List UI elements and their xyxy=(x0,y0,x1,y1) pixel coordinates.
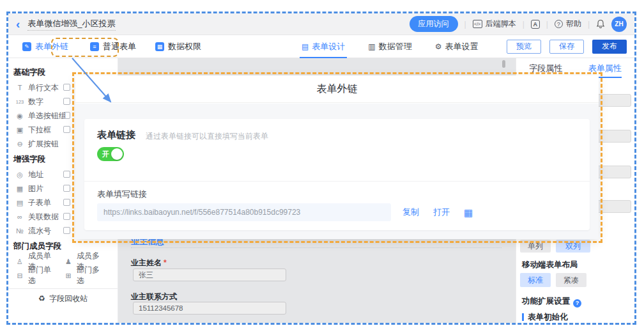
image-icon: ▦ xyxy=(15,185,25,193)
dept-row: ⊟ 部门单选 ⊞ 部门多选 xyxy=(8,269,118,283)
field-item-dept-multi[interactable]: ⊞ 部门多选 xyxy=(57,265,105,286)
canvas-scrollbar[interactable] xyxy=(502,60,505,68)
save-button[interactable]: 保存 xyxy=(549,40,584,54)
divider: | xyxy=(546,20,548,29)
card-divider xyxy=(84,181,590,182)
feature-settings-label: 功能扩展设置? xyxy=(522,296,581,308)
link-icon: ∞ xyxy=(15,213,25,221)
field-item-dept-single[interactable]: ⊟ 部门单选 xyxy=(8,265,57,286)
section-divider xyxy=(131,247,502,248)
required-asterisk: * xyxy=(164,258,167,267)
text-icon: T xyxy=(15,84,25,91)
form-title[interactable]: 表单微信增强_小区投票 xyxy=(27,18,115,31)
tab-form-settings-label: 表单设置 xyxy=(445,41,478,52)
radio-icon: ◉ xyxy=(15,112,25,120)
question-icon: ? xyxy=(555,20,563,28)
compact-button[interactable]: 紧凑 xyxy=(556,273,586,287)
field-icon-partial xyxy=(63,112,70,119)
form-link-description: 通过表单链接可以直接填写当前表单 xyxy=(146,131,268,142)
label-text: 业主姓名 xyxy=(131,258,162,267)
topbar-actions: 应用访问 | </> 后端脚本 | A | ? 帮助 | ZH xyxy=(410,16,627,32)
link-actions: 复制 打开 ▦ xyxy=(402,203,473,221)
field-label: 部门单选 xyxy=(28,265,57,286)
grid-icon: ▦ xyxy=(155,42,164,51)
qr-code-icon[interactable]: ▦ xyxy=(464,208,473,217)
serial-icon: № xyxy=(15,227,25,235)
toggle-on-label: 开 xyxy=(102,150,109,159)
fill-link-label: 表单填写链接 xyxy=(97,189,147,200)
copy-link-button[interactable]: 复制 xyxy=(402,206,419,218)
field-icon-partial xyxy=(63,213,70,220)
field-label: 扩展按钮 xyxy=(28,139,59,150)
publish-button[interactable]: 发布 xyxy=(592,40,627,54)
dropdown-icon: ▣ xyxy=(15,126,25,134)
field-label: 图片 xyxy=(28,183,43,194)
field-icon-partial xyxy=(63,185,70,192)
field-label: 数字 xyxy=(28,97,43,107)
user-avatar[interactable]: ZH xyxy=(611,17,627,32)
open-link-button[interactable]: 打开 xyxy=(433,206,450,218)
tab-form-design-label: 表单设计 xyxy=(312,41,345,52)
field-icon-partial xyxy=(63,126,70,133)
form-design-icon: ▤ xyxy=(302,42,309,51)
pencil-icon: ✎ xyxy=(22,42,31,51)
field-label: 单选按钮组 xyxy=(28,111,66,121)
help-circle-icon[interactable]: ? xyxy=(573,299,581,308)
tab-data-manage[interactable]: ▥ 数据管理 xyxy=(368,35,411,58)
form-external-link-dialog: 表单外链 表单链接 通过表单链接可以直接填写当前表单 开 表单填写链接 http… xyxy=(75,75,599,239)
help-label: 帮助 xyxy=(566,19,581,29)
double-column-button[interactable]: 双列 xyxy=(556,240,590,253)
help-button[interactable]: ? 帮助 xyxy=(555,19,581,29)
app-access-button[interactable]: 应用访问 xyxy=(410,16,458,32)
dialog-body: 表单链接 通过表单链接可以直接填写当前表单 开 表单填写链接 https://l… xyxy=(75,104,599,239)
form-link-section-title: 表单链接 xyxy=(97,129,135,141)
code-icon: </> xyxy=(473,20,482,28)
bell-icon[interactable] xyxy=(596,19,605,29)
tab-label: 字段属性 xyxy=(529,63,562,73)
dept-icon: ⊟ xyxy=(15,272,25,280)
field-icon-partial xyxy=(63,98,70,105)
field-recycle-bin[interactable]: ♻ 字段回收站 xyxy=(8,289,118,308)
tab-form-settings[interactable]: ⚙ 表单设置 xyxy=(435,35,479,58)
field-label: 下拉框 xyxy=(28,125,51,136)
field-icon-partial xyxy=(63,227,70,234)
form-settings-icon: ⚙ xyxy=(435,42,442,51)
field-label: 部门多选 xyxy=(77,265,105,286)
preview-button[interactable]: 预览 xyxy=(507,40,541,54)
form-external-link-button[interactable]: ✎ 表单外链 xyxy=(22,41,68,52)
translate-icon[interactable]: A xyxy=(531,20,540,29)
subform-icon: ▤ xyxy=(15,199,25,207)
tab-form-design[interactable]: ▤ 表单设计 xyxy=(302,35,345,58)
field-label-owner-contact[interactable]: 业主联系方式 xyxy=(131,292,177,302)
standard-button[interactable]: 标准 xyxy=(520,273,551,287)
designer-tabs: ▤ 表单设计 ▥ 数据管理 ⚙ 表单设置 xyxy=(302,35,478,58)
top-bar: ‹ 表单微信增强_小区投票 应用访问 | </> 后端脚本 | A | ? 帮助… xyxy=(8,13,634,35)
single-column-button[interactable]: 单列 xyxy=(520,240,551,253)
link-settings-card: 表单链接 通过表单链接可以直接填写当前表单 开 表单填写链接 https://l… xyxy=(84,119,590,230)
normal-form-button[interactable]: ≡ 普通表单 xyxy=(90,41,136,52)
field-label: 地址 xyxy=(28,169,43,180)
form-link-toggle[interactable]: 开 xyxy=(97,147,124,161)
input-owner-contact[interactable]: 15112345678 xyxy=(133,302,286,315)
input-owner-name[interactable]: 张三 xyxy=(133,269,286,281)
field-label-owner-name[interactable]: 业主姓名* xyxy=(131,258,167,269)
number-icon: 123 xyxy=(15,99,25,105)
field-label: 关联数据 xyxy=(28,212,59,222)
tab-field-properties[interactable]: 字段属性 xyxy=(516,63,576,74)
recycle-label: 字段回收站 xyxy=(49,293,88,304)
toolbar: ✎ 表单外链 ≡ 普通表单 ▦ 数据权限 ▤ 表单设计 ▥ 数据管理 xyxy=(8,35,634,58)
toggle-knob xyxy=(111,148,123,160)
back-icon[interactable]: ‹ xyxy=(16,18,20,30)
depts-icon: ⊞ xyxy=(63,272,73,280)
property-tabs: 字段属性 表单属性 xyxy=(516,58,634,75)
label-text: 表单初始化 xyxy=(528,313,568,322)
data-permission-button[interactable]: ▦ 数据权限 xyxy=(155,41,201,52)
data-manage-icon: ▥ xyxy=(368,42,375,51)
field-icon-partial xyxy=(63,199,70,206)
divider: | xyxy=(523,20,525,29)
form-external-link-label: 表单外链 xyxy=(35,41,68,52)
form-url-field[interactable]: https://links.baibaoyun.net/f/556e877514… xyxy=(97,203,391,221)
dialog-title: 表单外链 xyxy=(75,75,599,103)
label-text: 业主联系方式 xyxy=(131,292,177,301)
backend-script-button[interactable]: </> 后端脚本 xyxy=(473,19,516,29)
